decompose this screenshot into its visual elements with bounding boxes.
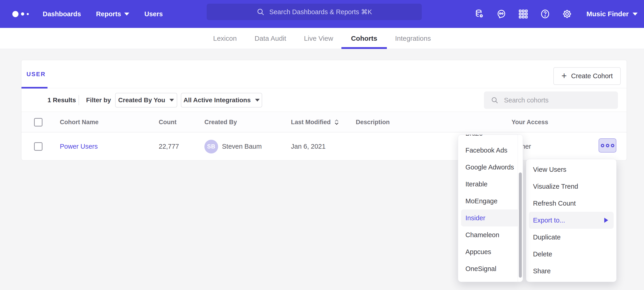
project-name: Music Finder — [586, 10, 629, 18]
context-menu-item-label: Duplicate — [533, 233, 561, 241]
secondary-nav-tab[interactable]: Live View — [304, 28, 333, 49]
export-destination-label: Iterable — [466, 181, 488, 188]
search-icon — [256, 8, 265, 16]
cohort-type-tabs: USER + Create Cohort — [22, 60, 627, 88]
row-more-actions-button[interactable] — [598, 138, 616, 153]
data-settings-icon[interactable] — [474, 9, 484, 19]
export-destination-label: Appcues — [466, 248, 491, 256]
header-last-modified-label: Last Modified — [291, 119, 331, 126]
secondary-nav-tab[interactable]: Data Audit — [255, 28, 286, 49]
chevron-down-icon — [124, 13, 129, 16]
export-destination-item[interactable]: Insider — [461, 210, 520, 226]
context-menu-item[interactable]: Visualize Trend — [526, 178, 616, 195]
chevron-down-icon — [632, 13, 638, 16]
context-menu-item[interactable]: View Users — [526, 161, 616, 178]
global-search-input[interactable]: Search Dashboards & Reports ⌘K — [207, 4, 422, 20]
logo-dot-small — [27, 13, 29, 15]
top-nav-right: Music Finder — [474, 0, 638, 28]
last-modified-value: Jan 6, 2021 — [291, 133, 326, 160]
secondary-nav-tab[interactable]: Cohorts — [351, 28, 377, 49]
select-all-checkbox[interactable] — [34, 118, 42, 126]
top-nav-items: Dashboards Reports Users — [35, 0, 170, 28]
submenu-scrollbar-track — [518, 135, 523, 282]
export-destination-label: Facebook Ads — [466, 147, 508, 154]
create-cohort-button[interactable]: + Create Cohort — [553, 67, 621, 85]
apps-grid-icon[interactable] — [518, 9, 528, 19]
header-last-modified[interactable]: Last Modified — [291, 112, 339, 132]
filter-dropdown[interactable]: Created By You — [115, 93, 177, 107]
export-destination-list: Braze Facebook Ads Google Adwords Iterab… — [458, 134, 523, 277]
tab-user-cohorts[interactable]: USER — [22, 60, 48, 88]
export-destination-item[interactable]: Chameleon — [458, 226, 523, 243]
export-destination-item[interactable]: Iterable — [458, 176, 523, 193]
export-destination-item[interactable]: Appcues — [458, 243, 523, 260]
search-icon — [491, 96, 498, 104]
export-destination-item[interactable]: OneSignal — [458, 260, 523, 277]
row-context-menu: View Users Visualize Trend Refresh Count… — [526, 159, 616, 282]
select-all-checkbox-cell — [34, 112, 42, 132]
export-destination-item[interactable]: Braze — [458, 134, 523, 142]
context-menu-item[interactable]: Share — [526, 262, 616, 279]
export-destination-item[interactable]: Google Adwords — [458, 159, 523, 176]
global-search-placeholder: Search Dashboards & Reports ⌘K — [269, 8, 372, 16]
top-nav-item[interactable]: Dashboards — [35, 0, 88, 28]
sort-icon — [334, 119, 339, 125]
row-checkbox[interactable] — [34, 142, 42, 151]
context-menu-item-label: Visualize Trend — [533, 183, 578, 190]
context-menu-item[interactable]: Export to... — [529, 212, 614, 229]
export-destination-label: OneSignal — [466, 265, 496, 273]
settings-gear-icon[interactable] — [562, 9, 572, 19]
context-menu-item-label: Refresh Count — [533, 200, 576, 207]
table-header-row: Cohort Name Count Created By Last Modifi… — [22, 112, 627, 132]
export-destination-label: Insider — [466, 214, 485, 222]
submenu-arrow-icon — [604, 218, 608, 223]
cohort-table-row: Power Users 22,777 SB Steven Baum Jan 6,… — [22, 133, 627, 160]
divider — [78, 95, 79, 105]
top-nav-item[interactable]: Users — [137, 0, 170, 28]
header-count: Count — [159, 112, 176, 132]
export-destination-item[interactable]: Facebook Ads — [458, 142, 523, 159]
tab-user-label: USER — [26, 71, 46, 78]
cohort-count-value: 22,777 — [159, 133, 179, 160]
header-cohort-name: Cohort Name — [60, 112, 99, 132]
context-menu-item-label: Export to... — [533, 217, 565, 224]
secondary-nav-tab[interactable]: Lexicon — [213, 28, 236, 49]
filter-toolbar: 1 Results Filter by Created By You All A… — [22, 88, 627, 112]
header-your-access: Your Access — [512, 112, 548, 132]
top-nav-item[interactable]: Reports — [88, 0, 137, 28]
feedback-icon[interactable] — [496, 9, 506, 19]
cohort-search-input[interactable]: Search cohorts — [484, 91, 618, 109]
top-nav-item-label: Users — [144, 10, 163, 18]
create-cohort-label: Create Cohort — [571, 72, 613, 80]
context-menu-item[interactable]: Delete — [526, 246, 616, 262]
row-checkbox-cell — [34, 133, 42, 160]
filter-dropdown-label: Created By You — [118, 96, 165, 104]
project-switcher[interactable]: Music Finder — [586, 10, 638, 18]
context-menu-item[interactable]: Refresh Count — [526, 195, 616, 212]
cohorts-card: USER + Create Cohort 1 Results Filter by… — [21, 60, 627, 160]
logo-dot-large — [12, 11, 18, 17]
header-description: Description — [356, 112, 390, 132]
filter-dropdown[interactable]: All Active Integrations — [181, 93, 262, 107]
secondary-nav-tab-label: Data Audit — [255, 35, 286, 42]
more-dot-icon — [611, 144, 614, 147]
context-menu-item-label: Share — [533, 267, 550, 275]
top-nav-item-label: Dashboards — [43, 10, 81, 18]
secondary-nav-tab-label: Cohorts — [351, 35, 377, 42]
created-by-cell: SB Steven Baum — [204, 133, 262, 160]
submenu-scrollbar-thumb[interactable] — [519, 173, 522, 278]
secondary-nav-tab[interactable]: Integrations — [395, 28, 431, 49]
context-menu-item[interactable]: Duplicate — [526, 229, 616, 246]
export-destination-label: Braze — [466, 134, 483, 137]
export-destination-submenu: Braze Facebook Ads Google Adwords Iterab… — [458, 134, 523, 282]
secondary-nav-tab-label: Integrations — [395, 35, 431, 42]
export-destination-label: Chameleon — [466, 231, 499, 239]
context-menu-item-label: Delete — [533, 250, 552, 258]
top-nav: Dashboards Reports Users Search Dashboar… — [0, 0, 644, 28]
help-icon[interactable] — [540, 9, 550, 19]
plus-icon: + — [561, 71, 566, 80]
export-destination-item[interactable]: MoEngage — [458, 193, 523, 210]
cohort-name-link[interactable]: Power Users — [60, 133, 98, 160]
avatar: SB — [204, 140, 218, 154]
mixpanel-logo[interactable] — [12, 11, 29, 17]
